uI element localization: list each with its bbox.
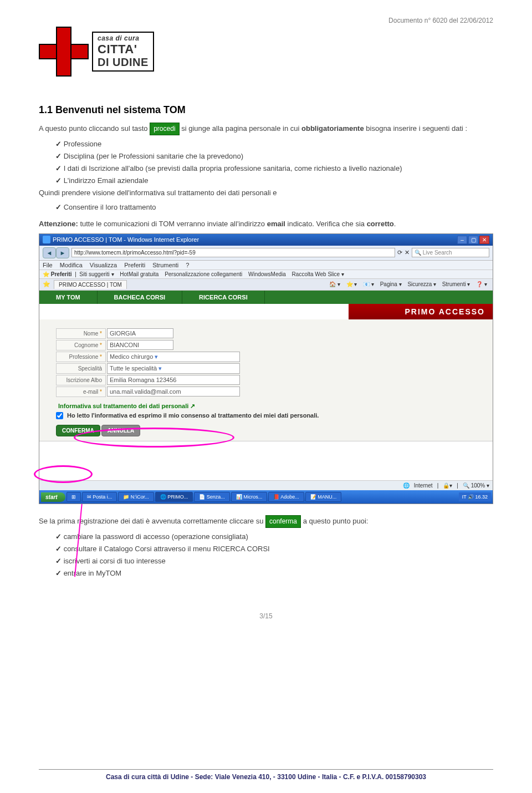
task-item[interactable]: 🌐 PRIMO... bbox=[155, 492, 193, 502]
ie-tab[interactable]: PRIMO ACCESSO | TOM bbox=[54, 280, 127, 289]
window-title: PRIMO ACCESSO | TOM - Windows Internet E… bbox=[53, 236, 199, 243]
task-item[interactable]: ✉ Posta i... bbox=[82, 492, 117, 502]
fav-item[interactable]: HotMail gratuita bbox=[120, 271, 158, 277]
task-item[interactable]: 📊 Micros... bbox=[231, 492, 268, 502]
task-item[interactable]: 📁 N:\Cor... bbox=[118, 492, 154, 502]
list-item: Disciplina (per le Professioni sanitarie… bbox=[55, 151, 493, 162]
primo-accesso-banner: PRIMO ACCESSO bbox=[349, 304, 493, 319]
conferma-button[interactable]: CONFERMA bbox=[56, 425, 100, 436]
list-item: Professione bbox=[55, 139, 493, 150]
refresh-button[interactable]: ⟳ bbox=[397, 249, 402, 256]
tab-mytom[interactable]: MY TOM bbox=[39, 291, 98, 304]
list-item: entrare in MyTOM bbox=[55, 568, 493, 579]
home-button[interactable]: 🏠 ▾ bbox=[329, 281, 340, 287]
search-input[interactable]: 🔍 Live Search bbox=[412, 248, 489, 257]
url-input[interactable]: http://www.tomecm.it/primoAccesso.html?p… bbox=[71, 248, 395, 257]
windows-taskbar: start ⊞ ✉ Posta i... 📁 N:\Cor... 🌐 PRIMO… bbox=[39, 490, 493, 504]
registration-form: Nome GIORGIA Cognome BIANCONI Profession… bbox=[39, 319, 493, 442]
email-label: e-mail bbox=[56, 387, 106, 397]
stop-button[interactable]: ✕ bbox=[405, 249, 410, 256]
ie-fav-icon[interactable]: ⭐ bbox=[43, 281, 50, 288]
list-item: I dati di Iscrizione all'albo (se previs… bbox=[55, 163, 493, 174]
fav-item[interactable]: Raccolta Web Slice ▾ bbox=[292, 271, 344, 277]
specialita-label: Specialità bbox=[56, 363, 106, 374]
help-button[interactable]: ❓ ▾ bbox=[476, 281, 487, 287]
tools-menu[interactable]: Strumenti ▾ bbox=[442, 281, 470, 287]
page-menu[interactable]: Pagina ▾ bbox=[380, 281, 402, 287]
logo-text: casa di cura CITTA' DI UDINE bbox=[92, 32, 154, 71]
list-item: L'indirizzo Email aziendale bbox=[55, 175, 493, 186]
menu-tools[interactable]: Strumenti bbox=[152, 262, 178, 268]
menu-file[interactable]: File bbox=[43, 262, 53, 268]
albo-field[interactable]: Emilia Romagna 123456 bbox=[107, 375, 240, 385]
menu-edit[interactable]: Modifica bbox=[60, 262, 83, 268]
professione-label: Professione bbox=[56, 352, 106, 362]
consent-checkbox[interactable] bbox=[56, 412, 63, 419]
protected-mode-icon: 🔒▾ bbox=[443, 482, 452, 489]
window-titlebar: PRIMO ACCESSO | TOM - Windows Internet E… bbox=[39, 234, 493, 246]
tail-paragraph: Se la prima registrazione dei dati è avv… bbox=[39, 515, 493, 579]
ie-icon bbox=[43, 236, 50, 243]
list-item: iscriverti ai corsi di tuo interesse bbox=[55, 556, 493, 567]
menu-view[interactable]: Visualizza bbox=[90, 262, 117, 268]
address-bar: ◄ ► http://www.tomecm.it/primoAccesso.ht… bbox=[39, 246, 493, 261]
document-meta: Documento n° 6020 del 22/06/2012 bbox=[39, 17, 493, 24]
zoom-label[interactable]: 🔍 100% ▾ bbox=[463, 482, 489, 489]
ie-toolbar: 🏠 ▾ ⭐ ▾ 📧 ▾ Pagina ▾ Sicurezza ▾ Strumen… bbox=[327, 281, 489, 287]
informativa-link[interactable]: Informativa sul trattamento dei dati per… bbox=[58, 403, 488, 410]
task-item[interactable]: 📝 MANU... bbox=[305, 492, 342, 502]
logo: casa di cura CITTA' DI UDINE bbox=[39, 27, 493, 77]
feed-button[interactable]: ⭐ ▾ bbox=[346, 281, 357, 287]
task-item[interactable]: ⊞ bbox=[66, 492, 81, 502]
security-menu[interactable]: Sicurezza ▾ bbox=[407, 281, 436, 287]
start-button[interactable]: start bbox=[41, 492, 65, 502]
tom-nav: MY TOM BACHECA CORSI RICERCA CORSI bbox=[39, 291, 493, 304]
browser-window: PRIMO ACCESSO | TOM - Windows Internet E… bbox=[39, 233, 493, 505]
forward-button[interactable]: ► bbox=[56, 247, 69, 258]
cognome-label: Cognome bbox=[56, 340, 106, 350]
maximize-button[interactable]: ▢ bbox=[468, 236, 478, 244]
tab-ricerca[interactable]: RICERCA CORSI bbox=[182, 291, 265, 304]
task-item[interactable]: 📄 Senza... bbox=[194, 492, 230, 502]
fav-item[interactable]: Personalizzazione collegamenti bbox=[165, 271, 242, 277]
specialita-select[interactable]: Tutte le specialità bbox=[107, 363, 240, 374]
procedi-inline-button: procedi bbox=[150, 123, 179, 135]
favorites-bar: ⭐ Preferiti | Siti suggeriti ▾ HotMail g… bbox=[39, 270, 493, 279]
tab-bacheca[interactable]: BACHECA CORSI bbox=[98, 291, 183, 304]
close-button[interactable]: ✕ bbox=[479, 236, 489, 244]
consent-list: Consentire il loro trattamento bbox=[39, 202, 493, 213]
fav-item[interactable]: WindowsMedia bbox=[248, 271, 286, 277]
ie-tab-bar: ⭐ PRIMO ACCESSO | TOM 🏠 ▾ ⭐ ▾ 📧 ▾ Pagina… bbox=[39, 279, 493, 291]
page-number: 3/15 bbox=[39, 612, 493, 620]
email-field[interactable]: una.mail.valida@mail.com bbox=[107, 387, 240, 396]
intro-paragraph: A questo punto cliccando sul tasto proce… bbox=[39, 123, 493, 230]
nome-label: Nome bbox=[56, 328, 106, 339]
albo-label: Iscrizione Albo bbox=[56, 375, 106, 385]
cognome-field[interactable]: BIANCONI bbox=[107, 340, 173, 350]
status-bar: 🌐 Internet | 🔒▾ | 🔍 100% ▾ bbox=[39, 480, 493, 490]
professione-select[interactable]: Medico chirurgo bbox=[107, 352, 240, 362]
list-item: Consentire il loro trattamento bbox=[55, 202, 493, 213]
attenzione-block: Attenzione: tutte le comunicazioni di TO… bbox=[39, 218, 493, 230]
annulla-button[interactable]: ANNULLA bbox=[101, 425, 140, 436]
fav-item[interactable]: Siti suggeriti ▾ bbox=[79, 271, 114, 277]
zone-label: Internet bbox=[414, 482, 433, 489]
page-footer: Casa di cura città di Udine - Sede: Vial… bbox=[39, 769, 493, 781]
system-tray[interactable]: IT 🔊 16.32 bbox=[459, 492, 491, 501]
mail-button[interactable]: 📧 ▾ bbox=[363, 281, 374, 287]
conferma-inline-button: conferma bbox=[265, 515, 301, 528]
minimize-button[interactable]: – bbox=[457, 236, 467, 244]
task-item[interactable]: 📕 Adobe... bbox=[268, 492, 304, 502]
zone-icon: 🌐 bbox=[403, 482, 410, 489]
consent-checkbox-row: Ho letto l'informativa ed esprimo il mio… bbox=[56, 412, 488, 420]
menu-bar: File Modifica Visualizza Preferiti Strum… bbox=[39, 261, 493, 270]
list-item: cambiare la password di accesso (operazi… bbox=[55, 531, 493, 542]
menu-favorites[interactable]: Preferiti bbox=[124, 262, 145, 268]
plus-icon bbox=[39, 27, 89, 77]
section-heading: 1.1 Benvenuti nel sistema TOM bbox=[39, 104, 493, 116]
back-button[interactable]: ◄ bbox=[43, 247, 56, 258]
menu-help[interactable]: ? bbox=[186, 262, 189, 268]
nome-field[interactable]: GIORGIA bbox=[107, 328, 173, 338]
required-data-list: Professione Disciplina (per le Professio… bbox=[39, 139, 493, 187]
post-actions-list: cambiare la password di accesso (operazi… bbox=[39, 531, 493, 580]
